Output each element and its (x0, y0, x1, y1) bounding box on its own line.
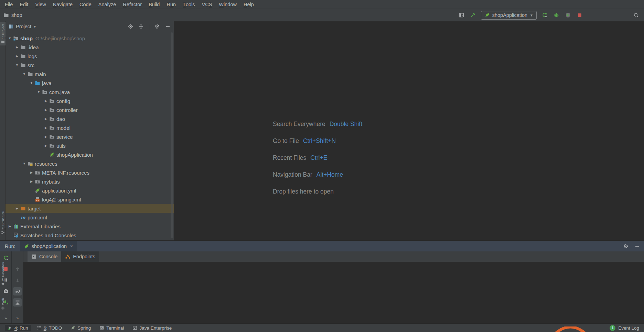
tree-item-log4j2-spring.xml[interactable]: <>log4j2-spring.xml (6, 195, 174, 204)
run-tool-window-icon[interactable] (458, 11, 465, 19)
expand-arrow-icon[interactable]: ▶ (14, 45, 20, 49)
expand-arrow-icon[interactable]: ▼ (21, 72, 27, 76)
expand-arrow-icon[interactable]: ▶ (14, 54, 20, 58)
expand-arrow-icon[interactable]: ▶ (43, 117, 49, 121)
tree-item-scratches-and-consoles[interactable]: Scratches and Consoles (6, 231, 174, 240)
statusbar-terminal[interactable]: Terminal (97, 325, 127, 331)
tree-item-main[interactable]: ▼main (6, 70, 174, 79)
statusbar-spring[interactable]: Spring (68, 325, 94, 331)
expand-arrow-icon[interactable]: ▼ (29, 81, 34, 85)
tree-item-target[interactable]: ▶target (6, 204, 174, 213)
expand-arrow-icon[interactable]: ▶ (43, 144, 49, 147)
menu-refactor[interactable]: Refactor (119, 0, 145, 9)
gear-icon[interactable] (154, 24, 160, 29)
tree-item-model[interactable]: ▶model (6, 123, 174, 132)
run-tab-shopapplication[interactable]: shopApplication × (20, 241, 77, 251)
tree-item-label: META-INF.resources (42, 170, 89, 176)
tool-window-tab-structure[interactable]: 7: Structure (0, 209, 6, 236)
menu-window[interactable]: Window (215, 0, 240, 9)
expand-arrow-icon[interactable]: ▼ (7, 37, 13, 40)
tree-item-pom.xml[interactable]: mpom.xml (6, 213, 174, 222)
expand-arrow-icon[interactable]: ▶ (29, 171, 34, 174)
statusbar-4-run[interactable]: 4: Run (5, 325, 31, 331)
tool-window-tab-web[interactable]: Web (0, 296, 6, 312)
stop-button[interactable] (576, 11, 583, 19)
tree-item-src[interactable]: ▼src (6, 61, 174, 70)
statusbar-6-todo[interactable]: 6: TODO (34, 325, 65, 331)
tree-item-external-libraries[interactable]: ▶External Libraries (6, 222, 174, 231)
expand-arrow-icon[interactable]: ▶ (14, 207, 20, 210)
tree-item-dao[interactable]: ▶dao (6, 114, 174, 123)
hide-panel-icon[interactable] (634, 243, 640, 249)
close-icon[interactable]: × (70, 243, 73, 249)
tree-item-label: controller (56, 107, 78, 113)
tree-item-resources[interactable]: ▼resources (6, 159, 174, 168)
tree-item-shop[interactable]: ▼shopG:\shejiing\shop\shop (6, 34, 174, 43)
expand-arrow-icon[interactable]: ▶ (43, 126, 49, 129)
console-output-area[interactable] (23, 262, 644, 323)
tool-window-tab-label: 2: Favorites (1, 262, 5, 281)
menu-run[interactable]: Run (163, 0, 179, 9)
menu-tools[interactable]: Tools (179, 0, 198, 9)
scrollend-icon[interactable] (13, 298, 22, 307)
expand-arrow-icon[interactable]: ▶ (29, 180, 34, 183)
tree-item-.idea[interactable]: ▶.idea (6, 43, 174, 52)
menu-navigate[interactable]: Navigate (50, 0, 76, 9)
search-everywhere-icon[interactable] (632, 11, 640, 19)
tool-window-tab-project[interactable]: 1: Project (0, 22, 6, 45)
tab-endpoints[interactable]: Endpoints (61, 251, 99, 262)
menu-vcs[interactable]: VCS (198, 0, 216, 9)
project-panel-title[interactable]: Project (16, 24, 31, 29)
tree-item-service[interactable]: ▶service (6, 132, 174, 141)
tab-console[interactable]: Console (28, 251, 61, 262)
debug-button[interactable] (552, 11, 560, 19)
expand-arrow-icon[interactable]: ▼ (14, 63, 20, 67)
gear-icon[interactable] (623, 243, 629, 249)
expand-arrow-icon[interactable]: ▼ (36, 90, 42, 94)
todo-icon (37, 325, 42, 330)
tree-scrollbar[interactable] (171, 32, 173, 238)
locate-file-icon[interactable] (128, 24, 133, 29)
breadcrumb[interactable]: shop (3, 12, 22, 18)
menu-code[interactable]: Code (76, 0, 95, 9)
tree-item-utils[interactable]: ▶utils (6, 141, 174, 150)
run-configuration-select[interactable]: shopApplication ▼ (481, 11, 537, 20)
tree-item-shopapplication[interactable]: shopApplication (6, 150, 174, 159)
tree-item-java[interactable]: ▼java (6, 79, 174, 87)
expand-arrow-icon[interactable]: ▶ (43, 108, 49, 112)
menu-build[interactable]: Build (145, 0, 163, 9)
softwrap-icon[interactable] (13, 287, 22, 295)
tree-item-meta-inf.resources[interactable]: ▶META-INF.resources (6, 168, 174, 177)
tree-item-logs[interactable]: ▶logs (6, 52, 174, 61)
tree-item-config[interactable]: ▶config (6, 96, 174, 105)
tree-item-controller[interactable]: ▶controller (6, 105, 174, 114)
chevron-down-icon[interactable]: ▼ (33, 25, 36, 29)
menu-edit[interactable]: Edit (16, 0, 32, 9)
camera-icon[interactable] (1, 287, 10, 295)
build-hammer-icon[interactable] (469, 11, 477, 19)
tool-window-tab-favorites[interactable]: 2: Favorites (0, 260, 6, 287)
rerun-button[interactable] (541, 11, 548, 19)
run-with-coverage-button[interactable] (564, 11, 572, 19)
menu-view[interactable]: View (32, 0, 49, 9)
tree-item-mybatis[interactable]: ▶mybatis (6, 177, 174, 186)
expand-arrow-icon[interactable]: ▶ (7, 225, 13, 228)
shortcut-keys: Double Shift (330, 121, 362, 128)
menu-file[interactable]: File (1, 0, 16, 9)
svg-text:<>: <> (36, 199, 39, 202)
statusbar-item-label: 6: TODO (44, 325, 62, 331)
project-folder-icon (3, 12, 9, 18)
hide-panel-icon[interactable] (165, 24, 171, 29)
collapse-all-icon[interactable] (138, 24, 144, 29)
tree-item-com.java[interactable]: ▼com.java (6, 87, 174, 96)
menu-analyze[interactable]: Analyze (95, 0, 120, 9)
more-actions-icon[interactable]: » (4, 316, 7, 321)
tree-item-application.yml[interactable]: application.yml (6, 186, 174, 195)
more-actions-icon[interactable]: » (16, 316, 19, 321)
statusbar-java-enterprise[interactable]: Java Enterprise (130, 325, 174, 331)
expand-arrow-icon[interactable]: ▶ (43, 99, 49, 103)
menu-help[interactable]: Help (240, 0, 257, 9)
expand-arrow-icon[interactable]: ▼ (21, 162, 27, 165)
expand-arrow-icon[interactable]: ▶ (43, 135, 49, 138)
event-log[interactable]: 1 Event Log (610, 325, 639, 331)
